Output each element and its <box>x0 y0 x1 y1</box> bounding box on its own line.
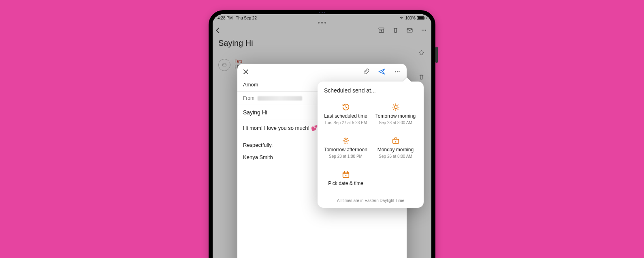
device-side-button <box>435 47 438 63</box>
svg-point-11 <box>345 140 347 142</box>
tablet-frame: 4:28 PM Thu Sep 22 100% <box>209 10 435 258</box>
calendar-icon <box>341 170 350 179</box>
option-tomorrow-afternoon[interactable]: Tomorrow afternoon Sep 23 at 1:00 PM <box>322 135 370 160</box>
option-subtext: Tue, Sep 27 at 5:23 PM <box>324 120 367 125</box>
svg-rect-13 <box>343 172 349 178</box>
svg-rect-12 <box>392 139 399 143</box>
close-compose-button[interactable] <box>243 69 249 75</box>
briefcase-icon <box>391 136 400 145</box>
option-label: Tomorrow morning <box>375 113 416 119</box>
option-monday-morning[interactable]: Monday morning Sep 26 at 8:00 AM <box>371 135 420 160</box>
option-subtext: Sep 23 at 1:00 PM <box>329 154 363 159</box>
sun-icon <box>391 103 400 112</box>
svg-point-7 <box>395 71 396 72</box>
svg-point-14 <box>345 175 346 176</box>
svg-point-9 <box>399 71 400 72</box>
option-label: Monday morning <box>377 147 414 153</box>
option-label: Last scheduled time <box>324 113 367 119</box>
option-pick-date-time[interactable]: Pick date & time <box>322 168 370 188</box>
send-icon[interactable] <box>378 68 386 75</box>
timezone-note: All times are in Eastern Daylight Time <box>322 192 420 203</box>
from-value-redacted <box>258 96 302 101</box>
svg-point-10 <box>394 105 397 108</box>
attach-icon[interactable] <box>363 68 370 75</box>
scheduled-send-popover: Scheduled send at... Last scheduled time… <box>318 82 424 208</box>
svg-point-8 <box>397 71 398 72</box>
option-tomorrow-morning[interactable]: Tomorrow morning Sep 23 at 8:00 AM <box>371 101 420 127</box>
subject-value: Saying Hi <box>243 109 267 116</box>
screen: 4:28 PM Thu Sep 22 100% <box>213 14 431 258</box>
option-subtext: Sep 23 at 8:00 AM <box>379 120 412 125</box>
option-label: Pick date & time <box>328 181 363 186</box>
history-icon <box>341 103 350 112</box>
sun-half-icon <box>341 136 350 145</box>
popover-title: Scheduled send at... <box>322 87 420 98</box>
compose-more-icon[interactable] <box>394 68 401 75</box>
from-label: From <box>243 95 254 101</box>
option-last-scheduled[interactable]: Last scheduled time Tue, Sep 27 at 5:23 … <box>322 101 370 127</box>
option-label: Tomorrow afternoon <box>324 147 367 153</box>
device-camera <box>314 12 330 13</box>
option-subtext: Sep 26 at 8:00 AM <box>379 154 412 159</box>
to-value: Amom <box>243 82 258 88</box>
